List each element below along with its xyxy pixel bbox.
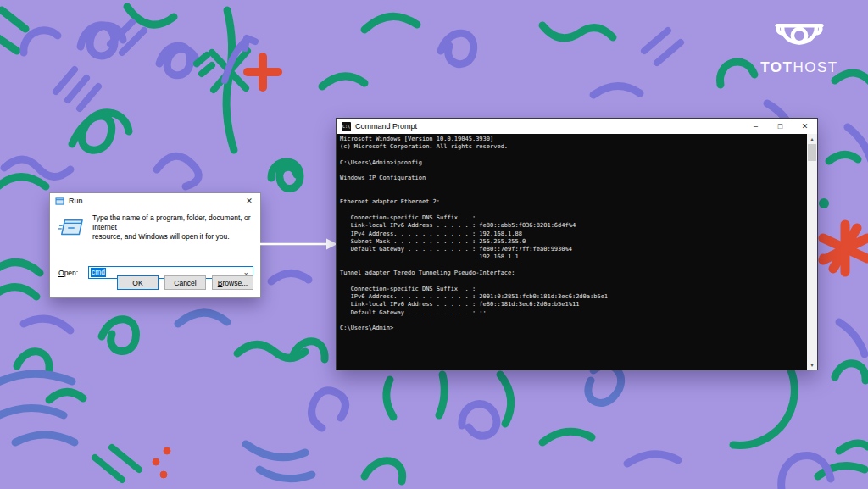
logo-text-bold: TOT [760, 59, 793, 75]
scroll-up-icon[interactable]: ▴ [807, 134, 817, 143]
run-program-icon [58, 217, 84, 239]
run-window-icon [55, 197, 64, 205]
cancel-button[interactable]: Cancel [164, 275, 206, 290]
run-dialog-window: Run ✕ Type the name of a program, folder… [49, 192, 261, 298]
logo-text-light: HOST [793, 59, 837, 75]
minimize-button[interactable]: – [743, 119, 768, 134]
scroll-down-icon[interactable]: ▾ [807, 360, 817, 370]
command-prompt-icon: C:\ [342, 122, 351, 131]
run-dialog-titlebar[interactable]: Run ✕ [50, 193, 260, 208]
tothost-logo-icon [775, 17, 824, 54]
close-icon[interactable]: ✕ [242, 194, 257, 208]
tothost-logo: TOTHOST [753, 17, 846, 76]
tothost-logo-text: TOTHOST [753, 59, 846, 76]
terminal-output[interactable]: Microsoft Windows [Version 10.0.19045.39… [337, 134, 817, 332]
open-label: Open: [58, 269, 88, 277]
close-button[interactable]: ✕ [793, 119, 817, 134]
command-prompt-title: Command Prompt [355, 122, 417, 131]
run-dialog-title: Run [69, 197, 83, 205]
run-description-line1: Type the name of a program, folder, docu… [92, 214, 252, 232]
maximize-button[interactable]: □ [768, 119, 793, 134]
command-prompt-window: C:\ Command Prompt – □ ✕ Microsoft Windo… [336, 118, 818, 370]
browse-button[interactable]: Browse... [212, 275, 253, 290]
run-description-line2: resource, and Windows will open it for y… [92, 232, 252, 242]
ok-button[interactable]: OK [117, 275, 159, 290]
terminal-scrollbar[interactable]: ▴ ▾ [807, 134, 817, 370]
scrollbar-thumb[interactable] [808, 144, 816, 161]
arrow-connector [259, 236, 337, 252]
run-description: Type the name of a program, folder, docu… [92, 214, 252, 242]
command-prompt-titlebar[interactable]: C:\ Command Prompt – □ ✕ [337, 119, 817, 134]
open-input-value[interactable]: cmd [91, 268, 106, 277]
